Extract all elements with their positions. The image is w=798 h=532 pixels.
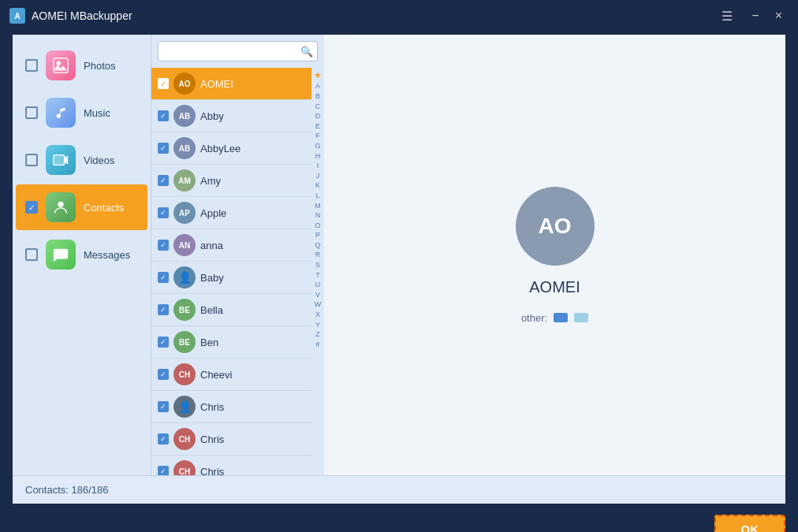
alpha-letter[interactable]: W xyxy=(315,299,322,310)
contact-name: anna xyxy=(200,240,223,251)
detail-name: AOMEI xyxy=(529,278,580,296)
contact-checkbox[interactable]: ✓ xyxy=(158,240,169,251)
check-icon: ✓ xyxy=(158,466,169,475)
detail-avatar: AO xyxy=(516,187,595,266)
contact-name: Abby xyxy=(200,110,224,122)
alpha-letter[interactable]: E xyxy=(315,121,320,132)
music-checkbox[interactable] xyxy=(25,106,38,119)
other-label: other: xyxy=(521,312,547,324)
sidebar: Photos Music xyxy=(13,35,151,475)
detail-other: other: xyxy=(521,312,588,324)
contact-checkbox[interactable]: ✓ xyxy=(158,337,169,348)
alpha-letter[interactable]: F xyxy=(315,131,320,141)
contact-checkbox[interactable]: ✓ xyxy=(158,110,169,121)
alpha-letter[interactable]: A xyxy=(315,81,320,91)
contact-checkbox[interactable]: ✓ xyxy=(158,304,169,315)
svg-point-0 xyxy=(57,61,62,66)
alpha-letter[interactable]: J xyxy=(316,171,320,181)
contact-checkbox[interactable]: ✓ xyxy=(158,369,169,380)
contact-name: Ben xyxy=(200,337,218,348)
title-bar-left: A AOMEI MBackupper xyxy=(9,8,132,24)
alpha-letter[interactable]: H xyxy=(315,151,321,162)
contact-checkbox[interactable]: ✓ xyxy=(158,433,169,445)
minimize-button[interactable]: − xyxy=(745,6,765,26)
contact-item[interactable]: ✓CHChris xyxy=(151,456,311,475)
contact-item[interactable]: AOAOMEI xyxy=(151,68,311,100)
sidebar-item-videos[interactable]: Videos xyxy=(16,137,147,183)
contact-checkbox[interactable]: ✓ xyxy=(158,207,169,218)
check-icon: ✓ xyxy=(158,175,169,186)
sidebar-item-photos[interactable]: Photos xyxy=(16,43,147,88)
alpha-letter[interactable]: R xyxy=(315,250,321,260)
contact-item[interactable]: ✓CHCheevi xyxy=(151,359,311,391)
alpha-letter[interactable]: Q xyxy=(315,240,320,251)
close-button[interactable]: × xyxy=(769,6,789,26)
contact-panel: 🔍 AOAOMEI✓ABAbby✓ABAbbyLee✓AMAmy✓APApple… xyxy=(151,35,324,475)
contact-avatar: CH xyxy=(173,363,196,385)
alpha-letter[interactable]: M xyxy=(315,201,321,211)
alpha-letter[interactable]: O xyxy=(315,221,320,231)
contact-item[interactable]: ✓BEBen xyxy=(151,326,311,359)
contact-item[interactable]: ✓ANanna xyxy=(151,229,311,262)
alpha-letter[interactable]: T xyxy=(315,270,320,281)
alpha-letter[interactable]: P xyxy=(315,230,320,240)
contact-list: AOAOMEI✓ABAbby✓ABAbbyLee✓AMAmy✓APApple✓A… xyxy=(151,68,311,475)
contact-checkbox[interactable]: ✓ xyxy=(158,143,169,154)
alpha-letter[interactable]: G xyxy=(315,141,320,151)
contact-avatar: CH xyxy=(173,460,196,475)
alpha-letter[interactable]: C xyxy=(315,102,321,112)
alpha-letter[interactable]: N xyxy=(315,210,321,221)
music-label: Music xyxy=(84,107,110,119)
menu-icon[interactable]: ☰ xyxy=(722,9,733,24)
contact-checkbox[interactable]: ✓ xyxy=(158,272,169,283)
sidebar-item-music[interactable]: Music xyxy=(16,90,147,136)
contact-item[interactable]: ✓👤Chris xyxy=(151,391,311,423)
photos-label: Photos xyxy=(84,60,115,72)
contact-item[interactable]: ✓👤Baby xyxy=(151,262,311,294)
alpha-letter[interactable]: ★ xyxy=(314,69,322,81)
contact-name: Cheevi xyxy=(200,369,232,381)
alpha-letter[interactable]: D xyxy=(315,111,321,121)
alpha-letter[interactable]: Y xyxy=(315,320,320,330)
contacts-checkbox[interactable]: ✓ xyxy=(25,201,38,214)
check-icon: ✓ xyxy=(158,369,169,380)
ok-button[interactable]: OK xyxy=(714,515,786,532)
contacts-count: Contacts: 186/186 xyxy=(25,484,109,496)
contact-item[interactable]: ✓CHChris xyxy=(151,423,311,456)
contact-item[interactable]: ✓APApple xyxy=(151,197,311,229)
check-icon: ✓ xyxy=(158,143,169,154)
contact-checkbox[interactable]: ✓ xyxy=(158,175,169,186)
contact-checkbox[interactable] xyxy=(158,78,169,89)
photos-checkbox[interactable] xyxy=(25,59,38,72)
alpha-letter[interactable]: B xyxy=(315,91,320,102)
alpha-letter[interactable]: V xyxy=(315,290,320,300)
contact-checkbox[interactable]: ✓ xyxy=(158,401,169,412)
alpha-index[interactable]: ★ABCDEFGHIJKLMNOPQRSTUVWXYZ# xyxy=(311,68,324,475)
alpha-letter[interactable]: I xyxy=(317,161,319,171)
check-icon: ✓ xyxy=(158,433,169,445)
check-icon: ✓ xyxy=(158,207,169,218)
contact-checkbox[interactable]: ✓ xyxy=(158,466,169,475)
contact-item[interactable]: ✓BEBella xyxy=(151,294,311,326)
check-icon: ✓ xyxy=(158,304,169,315)
sidebar-item-contacts[interactable]: ✓ Contacts xyxy=(16,184,147,230)
contact-item[interactable]: ✓ABAbbyLee xyxy=(151,132,311,165)
search-input[interactable] xyxy=(158,41,318,61)
alpha-letter[interactable]: # xyxy=(315,340,319,350)
messages-checkbox[interactable] xyxy=(25,248,38,261)
contact-avatar: BE xyxy=(173,331,196,353)
alpha-letter[interactable]: K xyxy=(315,180,320,191)
alpha-letter[interactable]: X xyxy=(315,310,320,320)
contact-item[interactable]: ✓AMAmy xyxy=(151,165,311,197)
alpha-letter[interactable]: L xyxy=(315,191,319,201)
contact-list-wrap: AOAOMEI✓ABAbby✓ABAbbyLee✓AMAmy✓APApple✓A… xyxy=(151,68,324,475)
messages-label: Messages xyxy=(84,249,130,261)
color-dot-1 xyxy=(554,313,568,322)
sidebar-item-messages[interactable]: Messages xyxy=(16,232,147,277)
contact-name: Baby xyxy=(200,272,224,284)
alpha-letter[interactable]: Z xyxy=(315,329,320,340)
alpha-letter[interactable]: U xyxy=(315,280,321,290)
contact-item[interactable]: ✓ABAbby xyxy=(151,100,311,132)
videos-checkbox[interactable] xyxy=(25,154,38,166)
alpha-letter[interactable]: S xyxy=(315,260,320,270)
